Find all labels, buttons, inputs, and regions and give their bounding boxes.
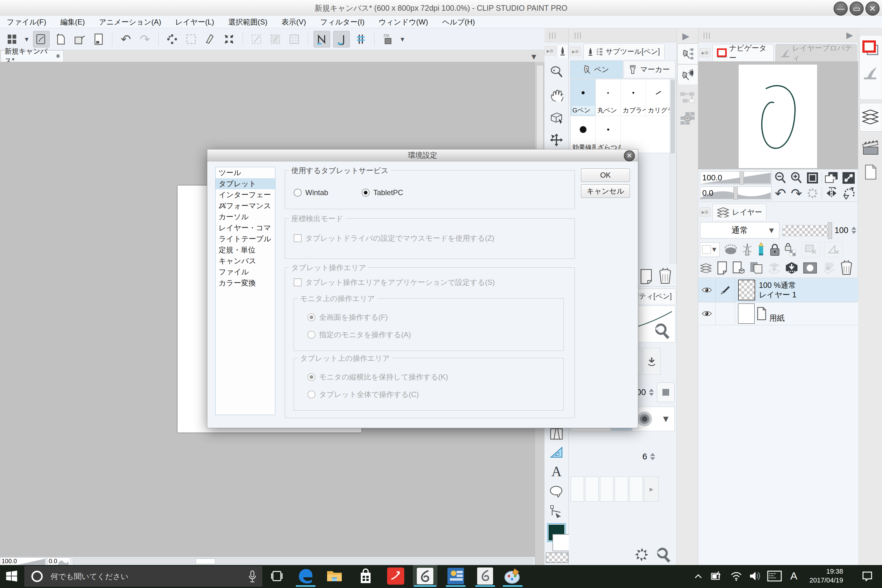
- new-file-icon[interactable]: [52, 31, 69, 47]
- app-area-checkbox-icon[interactable]: [294, 278, 302, 286]
- ruler-range-icon[interactable]: [824, 242, 843, 257]
- new-folder-icon[interactable]: [750, 261, 763, 274]
- dock-toolprop-palette-icon[interactable]: [677, 64, 698, 84]
- close-button[interactable]: ✕: [866, 2, 879, 16]
- store-taskbar-icon[interactable]: [355, 565, 376, 587]
- wifi-icon[interactable]: [728, 565, 744, 587]
- stroke-preview-wrench-icon[interactable]: [653, 321, 672, 341]
- category-layer-frame[interactable]: レイヤー・コマ: [216, 222, 275, 233]
- canvas-display-icon[interactable]: ΓΛΊ: [380, 31, 396, 47]
- status-rotate-slider[interactable]: 0.0: [47, 557, 70, 565]
- operation-tool-icon[interactable]: [549, 110, 564, 125]
- category-canvas[interactable]: キャンバス: [216, 255, 275, 266]
- layer-opacity-spinner[interactable]: [851, 226, 856, 234]
- menu-window[interactable]: ウィンドウ(W): [378, 17, 428, 27]
- layer2-name[interactable]: 用紙: [769, 313, 784, 323]
- menu-filter[interactable]: フィルター(I): [320, 17, 364, 27]
- flip-horizontal-icon[interactable]: [824, 186, 839, 200]
- menu-animation[interactable]: アニメーション(A): [99, 17, 161, 27]
- texture-5[interactable]: [629, 477, 643, 502]
- clip-studio-paint-taskbar-icon[interactable]: [413, 565, 437, 587]
- minimize-button[interactable]: —: [834, 2, 848, 16]
- layer1-thumbnail[interactable]: [738, 280, 755, 300]
- subtool-item-gpen[interactable]: Gペン: [570, 80, 596, 116]
- draft-layer-icon[interactable]: [757, 243, 765, 256]
- workspace-switch-icon[interactable]: [4, 31, 20, 47]
- open-file-icon[interactable]: [72, 31, 88, 47]
- dialog-category-list[interactable]: ツール タブレット インターフェース パフォーマンス カーソル レイヤー・コマ …: [215, 167, 275, 415]
- document-tab[interactable]: 新規キャンバス*: [1, 50, 64, 62]
- whole-tablet-radio-icon[interactable]: [308, 390, 315, 398]
- navigator-preview[interactable]: [698, 61, 858, 170]
- file-explorer-taskbar-icon[interactable]: [323, 565, 345, 587]
- navigator-panel-menu-icon[interactable]: ▸≡: [699, 48, 711, 57]
- category-cursor[interactable]: カーソル: [216, 212, 275, 222]
- edge-taskbar-icon[interactable]: [295, 565, 316, 587]
- action-center-icon[interactable]: [858, 565, 877, 587]
- mesh-transform-icon[interactable]: [267, 31, 283, 47]
- volume-icon[interactable]: [747, 565, 763, 587]
- dock-workflow-icon[interactable]: [678, 88, 697, 107]
- rotate-left-icon[interactable]: ↶: [774, 186, 788, 200]
- subtool-group-tab-pen[interactable]: ペン: [570, 61, 622, 78]
- lock-transparent-icon[interactable]: [784, 243, 798, 256]
- menu-edit[interactable]: 編集(E): [60, 17, 85, 27]
- radio-keep-aspect[interactable]: モニタの縦横比を保持して操作する(K): [308, 372, 448, 382]
- radio-whole-tablet[interactable]: タブレット全体で操作する(C): [308, 390, 419, 399]
- dock-timeline-icon[interactable]: [862, 138, 879, 157]
- texture-1[interactable]: [570, 477, 584, 502]
- line-correct-tool-icon[interactable]: [549, 504, 564, 519]
- snap-special-ruler-icon[interactable]: [333, 31, 350, 48]
- snap-grid-icon[interactable]: [353, 31, 369, 47]
- category-file[interactable]: ファイル: [216, 266, 275, 278]
- scale-rotate-icon[interactable]: [248, 31, 264, 47]
- delete-layer-icon[interactable]: [840, 260, 853, 276]
- tool-panel-menu-icon[interactable]: ▸≡: [544, 46, 555, 56]
- navigator-dock-header[interactable]: |||▶: [698, 28, 858, 42]
- rotate-right-icon[interactable]: ↷: [789, 186, 803, 200]
- dock-expand-icon[interactable]: ▶: [682, 31, 689, 41]
- undo-icon[interactable]: ↶: [118, 31, 134, 47]
- balloon-tool-icon[interactable]: [549, 484, 564, 499]
- ruler-tool-icon[interactable]: [549, 445, 564, 460]
- microphone-icon[interactable]: [248, 570, 256, 582]
- frame-border-tool-icon[interactable]: [549, 426, 564, 442]
- subtool-scroll-thumb[interactable]: [670, 80, 675, 153]
- tabletpc-radio-icon[interactable]: [362, 189, 370, 196]
- category-tool[interactable]: ツール: [216, 167, 275, 178]
- snap-ruler-icon[interactable]: [314, 31, 330, 48]
- layer-panel-menu-icon[interactable]: ▸≡: [699, 207, 711, 216]
- keep-aspect-radio-icon[interactable]: [308, 373, 315, 381]
- tool-tab-pen-icon[interactable]: [557, 44, 568, 58]
- blend-mode-dropdown[interactable]: 通常 ▼: [700, 222, 779, 238]
- dock-subtool-palette-icon[interactable]: [677, 44, 698, 64]
- zoom-out-icon[interactable]: [774, 171, 788, 184]
- layer1-name[interactable]: レイヤー 1: [759, 290, 796, 300]
- tab-layer-property[interactable]: レイヤープロパティ: [776, 44, 857, 61]
- navigator-rotate-slider[interactable]: 0.0: [700, 186, 772, 200]
- deselect-icon[interactable]: [164, 31, 180, 47]
- mouse-mode-checkbox-row[interactable]: タブレットドライバの設定でマウスモードを使用する(Z): [294, 233, 494, 243]
- move-tool-icon[interactable]: [549, 132, 564, 148]
- menu-selection[interactable]: 選択範囲(S): [228, 17, 267, 27]
- reset-display-icon[interactable]: [841, 186, 856, 200]
- opacity-spinner[interactable]: [649, 388, 654, 396]
- subtool-panel-tab[interactable]: サブツール[ペン]: [584, 44, 664, 59]
- ok-button[interactable]: OK: [581, 168, 630, 182]
- subtool-panel-header[interactable]: |||: [569, 28, 676, 42]
- full-screen-radio-icon[interactable]: [308, 313, 315, 321]
- change-layer-color-icon[interactable]: [700, 263, 712, 273]
- cancel-button[interactable]: キャンセル: [581, 184, 630, 198]
- menu-file[interactable]: ファイル(F): [7, 17, 46, 27]
- new-vector-layer-icon[interactable]: [732, 261, 745, 275]
- navigator-zoom-slider[interactable]: 100.0: [700, 171, 772, 184]
- maximize-button[interactable]: ▭: [849, 2, 864, 16]
- tab-layer[interactable]: レイヤー: [712, 204, 767, 220]
- layer1-visibility-eye-icon[interactable]: [698, 278, 716, 302]
- texture-4[interactable]: [615, 477, 628, 502]
- menu-help[interactable]: ヘルプ(H): [442, 17, 475, 27]
- dialog-close-icon[interactable]: ✕: [624, 150, 635, 161]
- canvas-hscroll-thumb[interactable]: [196, 559, 215, 564]
- subtool-item-rough-pen[interactable]: ざらつきペン: [596, 116, 621, 153]
- fit-canvas-icon[interactable]: [824, 171, 839, 184]
